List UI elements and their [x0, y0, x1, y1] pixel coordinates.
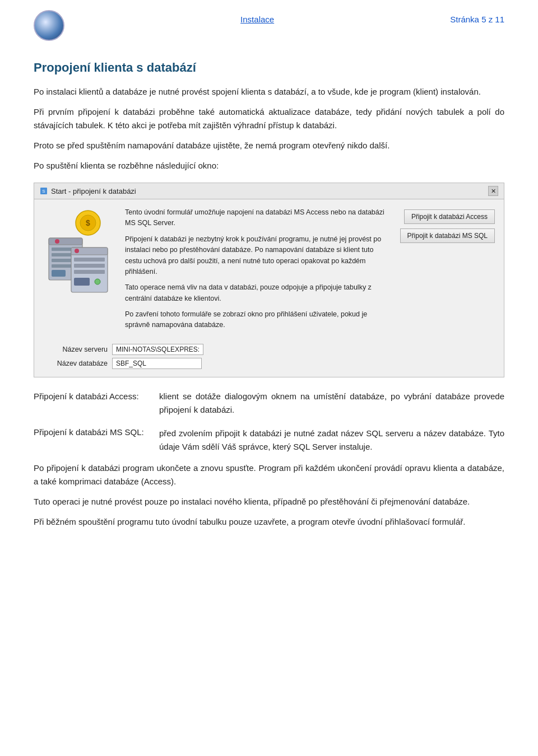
dialog-title-text: Start - připojení k databázi — [51, 187, 136, 195]
dialog-text-3: Tato operace nemá vliv na data v databáz… — [125, 282, 391, 304]
dialog-body: $ — [34, 199, 504, 344]
svg-text:$: $ — [86, 218, 90, 227]
field-row-db: Název databáze SBF_SQL — [43, 358, 495, 369]
nav-link[interactable]: Instalace — [240, 15, 274, 24]
svg-point-19 — [95, 279, 100, 284]
footer-paragraph-3: Při běžném spouštění programu tuto úvodn… — [34, 515, 504, 529]
svg-point-20 — [55, 239, 59, 244]
svg-rect-17 — [74, 270, 105, 274]
svg-rect-16 — [74, 264, 105, 268]
header: Instalace Stránka 5 z 11 — [34, 0, 504, 48]
dialog-fields: Název serveru MINI-NOTAS\SQLEXPRES: Náze… — [34, 344, 504, 377]
footer-paragraph-1: Po připojení k databázi program ukončete… — [34, 461, 504, 488]
svg-rect-6 — [49, 238, 82, 245]
dialog-text-2: Připojení k databázi je nezbytný krok k … — [125, 234, 391, 278]
paragraph-1: Po instalaci klientů a databáze je nutné… — [34, 85, 504, 99]
dialog-icon-area: $ — [43, 207, 116, 336]
dialog-close-button[interactable]: ✕ — [488, 186, 498, 196]
dialog-text-1: Tento úvodní formulář umožňuje napojení … — [125, 207, 391, 229]
access-label: Připojení k databázi Access: — [34, 390, 146, 403]
svg-point-21 — [75, 249, 79, 253]
paragraph-2: Při prvním připojení k databázi proběhne… — [34, 105, 504, 132]
connect-access-button[interactable]: Připojit k databázi Access — [404, 209, 495, 224]
mssql-desc: před zvolením připojit k databázi je nut… — [159, 427, 504, 454]
svg-text:S: S — [42, 189, 45, 194]
dialog-text-area: Tento úvodní formulář umožňuje napojení … — [125, 207, 391, 336]
dialog-window: S Start - připojení k databázi ✕ $ — [34, 183, 504, 377]
lower-left: Připojení k databázi Access: Připojení k… — [34, 390, 146, 454]
svg-rect-15 — [74, 258, 105, 262]
dialog-buttons-area: Připojit k databázi Access Připojit k da… — [400, 207, 495, 336]
field-db-label: Název databáze — [43, 360, 108, 367]
mssql-label: Připojení k databázi MS SQL: — [34, 426, 146, 439]
svg-rect-18 — [74, 278, 90, 286]
field-server-label: Název serveru — [43, 346, 108, 353]
dialog-text-4: Po zavření tohoto formuláře se zobrazí o… — [125, 309, 391, 331]
page-title: Propojení klienta s databází — [34, 60, 504, 75]
dialog-titlebar: S Start - připojení k databázi ✕ — [34, 183, 504, 199]
header-logo — [34, 10, 64, 43]
lower-section: Připojení k databázi Access: Připojení k… — [34, 390, 504, 454]
field-row-server: Název serveru MINI-NOTAS\SQLEXPRES: — [43, 344, 495, 355]
field-db-value[interactable]: SBF_SQL — [112, 358, 202, 369]
field-server-value[interactable]: MINI-NOTAS\SQLEXPRES: — [112, 344, 203, 355]
logo-circle — [34, 10, 64, 41]
dialog-title-icon: S — [40, 187, 48, 195]
header-center: Instalace — [64, 15, 450, 24]
connect-mssql-button[interactable]: Připojit k databázi MS SQL — [400, 228, 495, 243]
dialog-titlebar-left: S Start - připojení k databázi — [40, 187, 136, 195]
page-info: Stránka 5 z 11 — [450, 15, 504, 24]
paragraph-3: Proto se před spuštěním namapování datab… — [34, 139, 504, 152]
lower-right: klient se dotáže dialogovým oknem na umí… — [159, 390, 504, 454]
paragraph-4: Po spuštění klienta se rozběhne následuj… — [34, 159, 504, 172]
access-desc: klient se dotáže dialogovým oknem na umí… — [159, 390, 504, 417]
svg-rect-11 — [52, 270, 66, 277]
server-illustration: $ — [46, 207, 113, 297]
footer-paragraph-2: Tuto operaci je nutné provést pouze po i… — [34, 495, 504, 508]
page: Instalace Stránka 5 z 11 Propojení klien… — [0, 0, 538, 756]
